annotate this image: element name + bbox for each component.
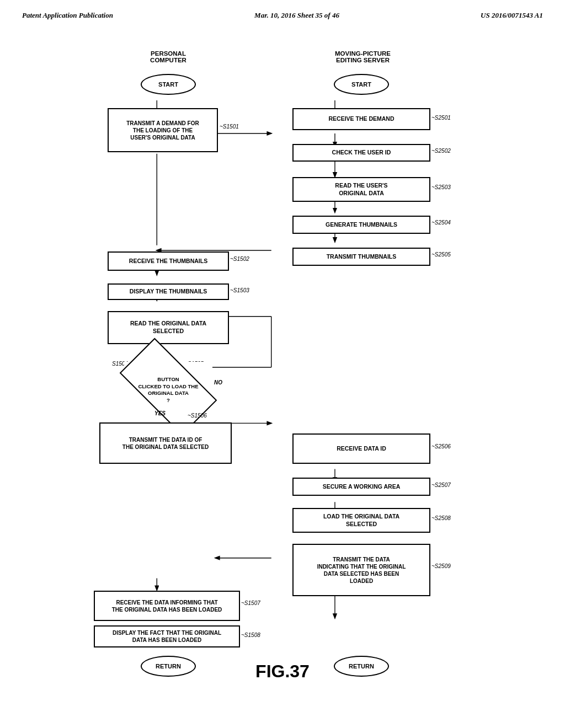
label-s2502: ~S2502 (431, 148, 451, 154)
right-start-oval: START (334, 74, 389, 95)
right-load-original-box: LOAD THE ORIGINAL DATA SELECTED (292, 508, 430, 533)
label-s2503: ~S2503 (431, 184, 451, 190)
left-diamond: BUTTON CLICKED TO LOAD THE ORIGINAL DATA… (124, 362, 212, 411)
page: Patent Application Publication Mar. 10, … (0, 0, 565, 728)
header-right: US 2016/0071543 A1 (481, 11, 543, 20)
label-no: NO (214, 379, 222, 386)
label-s1507: ~S1507 (241, 600, 260, 606)
label-s1503: ~S1503 (230, 287, 249, 293)
label-s2508: ~S2508 (431, 515, 451, 521)
label-s2509: ~S2509 (431, 563, 451, 569)
label-s1508: ~S1508 (241, 632, 260, 638)
right-receive-demand-box: RECEIVE THE DEMAND (292, 108, 430, 130)
left-start-oval: START (141, 74, 196, 95)
label-s2507: ~S2507 (431, 482, 451, 488)
right-secure-box: SECURE A WORKING AREA (292, 478, 430, 496)
right-generate-box: GENERATE THUMBNAILS (292, 216, 430, 234)
label-yes: YES (154, 410, 166, 416)
right-transmit-indicating-box: TRANSMIT THE DATA INDICATING THAT THE OR… (292, 544, 430, 596)
left-transmit-demand-box: TRANSMIT A DEMAND FOR THE LOADING OF THE… (108, 108, 218, 152)
figure-caption: FIG.37 (22, 661, 543, 682)
left-display-thumbnails-box: DISPLAY THE THUMBNAILS (108, 283, 229, 300)
left-transmit-data-id-box: TRANSMIT THE DATA ID OF THE ORIGINAL DAT… (99, 422, 232, 464)
left-read-original-box: READ THE ORIGINAL DATA SELECTED (108, 311, 229, 344)
left-receive-thumbnails-box: RECEIVE THE THUMBNAILS (108, 251, 229, 271)
label-s2501: ~S2501 (431, 115, 451, 121)
label-s2504: ~S2504 (431, 220, 451, 226)
left-column-title: PERSONAL COMPUTER (121, 50, 215, 63)
right-check-user-box: CHECK THE USER ID (292, 144, 430, 162)
right-receive-data-id-box: RECEIVE DATA ID (292, 433, 430, 464)
page-header: Patent Application Publication Mar. 10, … (22, 11, 543, 20)
left-receive-inform-box: RECEIVE THE DATA INFORMING THAT THE ORIG… (94, 591, 240, 621)
label-s2506: ~S2506 (431, 443, 451, 449)
right-read-user-box: READ THE USER'S ORIGINAL DATA (292, 177, 430, 202)
header-left: Patent Application Publication (22, 11, 113, 20)
left-display-loaded-box: DISPLAY THE FACT THAT THE ORIGINAL DATA … (94, 625, 240, 647)
label-s1506: ~S1506 (188, 413, 207, 419)
label-s2505: ~S2505 (431, 251, 451, 258)
diagram-area: PERSONAL COMPUTER MOVING-PICTURE EDITING… (22, 36, 543, 698)
label-s1502: ~S1502 (230, 256, 249, 262)
label-s1501: ~S1501 (220, 124, 239, 130)
header-center: Mar. 10, 2016 Sheet 35 of 46 (254, 11, 339, 20)
right-column-title: MOVING-PICTURE EDITING SERVER (315, 50, 411, 63)
right-transmit-thumb-box: TRANSMIT THUMBNAILS (292, 248, 430, 266)
